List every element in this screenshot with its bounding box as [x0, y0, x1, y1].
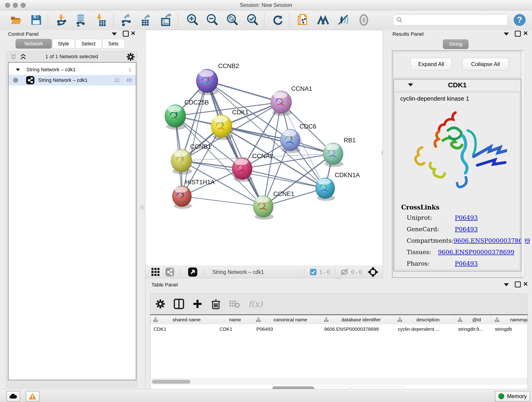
network-edge-count: 48: [126, 77, 132, 83]
toolbar-separator: [304, 268, 304, 276]
tab-style[interactable]: Style: [52, 39, 75, 49]
network-tree: String Network – cdk1 1 String Network –…: [8, 62, 136, 380]
results-panel-float-icon[interactable]: [515, 31, 521, 37]
tab-string[interactable]: String: [443, 39, 469, 49]
hidden-eye-icon[interactable]: [340, 268, 348, 276]
table-horizontal-scrollbar[interactable]: [150, 379, 527, 385]
tab-sets[interactable]: Sets: [102, 39, 125, 49]
toolbar-separator: [113, 13, 114, 27]
zoom-fit-icon[interactable]: [226, 13, 239, 26]
crosslink-link[interactable]: 9606.ENSP00000378699: [438, 249, 514, 255]
network-node-CCNE1[interactable]: CCNE1: [253, 191, 294, 220]
control-panel-menu-icon[interactable]: [112, 32, 117, 36]
memory-label: Memory: [507, 393, 527, 400]
import-network-file-icon[interactable]: [56, 13, 68, 26]
table-cell[interactable]: stringdb: [495, 324, 528, 334]
export-table-icon[interactable]: [140, 13, 152, 26]
expand-all-button[interactable]: Expand All: [411, 58, 452, 70]
crosslink-link[interactable]: P06493: [455, 260, 478, 267]
network-edge-CCNB2-CCNE1[interactable]: [207, 81, 263, 206]
zoom-in-icon[interactable]: [186, 13, 199, 26]
open-session-icon[interactable]: [10, 13, 22, 26]
zoom-selected-icon[interactable]: [246, 13, 259, 26]
network-node-RB1[interactable]: RB1: [323, 137, 356, 167]
table-settings-gear-icon[interactable]: [155, 299, 165, 309]
help-icon[interactable]: ?: [513, 13, 526, 26]
hidden-count: 0 - 0: [351, 269, 362, 275]
network-node-HIST1H1A[interactable]: HIST1H1A: [172, 179, 215, 209]
network-node-CCNB1[interactable]: CCNB1: [171, 143, 211, 174]
cloud-button[interactable]: [6, 391, 20, 402]
show-hide-panel-icon[interactable]: [357, 13, 370, 26]
table-panel-float-icon[interactable]: [515, 281, 521, 287]
results-scrollbar[interactable]: [521, 51, 525, 277]
table-cell[interactable]: stringdb:9...: [458, 324, 490, 334]
share-view-icon[interactable]: [165, 268, 174, 277]
table-cell[interactable]: CDK1: [153, 324, 215, 334]
cloud-icon: [9, 393, 18, 400]
export-network-icon[interactable]: [120, 13, 133, 26]
table-panel-menu-icon[interactable]: [504, 283, 509, 286]
results-panel-close-icon[interactable]: ✕: [523, 31, 528, 36]
network-collection-row[interactable]: String Network – cdk1 1: [8, 64, 136, 75]
import-network-database-icon[interactable]: [75, 13, 88, 26]
results-panel-menu-icon[interactable]: [504, 32, 509, 36]
delete-table-icon[interactable]: [229, 300, 240, 308]
birdseye-crosshair-icon[interactable]: [368, 267, 378, 277]
table-panel-close-icon[interactable]: ✕: [523, 282, 528, 286]
crosslink-link[interactable]: 9606.ENSP00000378699: [454, 237, 530, 244]
network-row[interactable]: String Network – cdk1 11 48: [8, 75, 136, 85]
delete-column-icon[interactable]: [211, 299, 221, 309]
grid-view-icon[interactable]: [151, 268, 160, 277]
crosslink-label: Compartments:: [407, 237, 454, 244]
export-view-icon[interactable]: [188, 267, 197, 277]
network-view-toolbar: String Network – cdk1 1 - 0 0 - 0: [146, 266, 382, 278]
svg-text:?: ?: [517, 15, 522, 25]
table-cell[interactable]: 9606.ENSP00000378699: [324, 324, 393, 334]
collection-label: String Network – cdk1: [26, 67, 76, 73]
network-tree-toolbar: 1 of 1 Network selected: [6, 52, 137, 62]
tab-select[interactable]: Select: [75, 39, 102, 49]
left-splitter-handle[interactable]: [140, 206, 144, 210]
control-panel-close-icon[interactable]: ✕: [131, 31, 136, 36]
table-cell[interactable]: cyclin-dependent ...: [398, 324, 453, 334]
network-node-CDKN1A[interactable]: CDKN1A: [316, 172, 360, 201]
memory-button[interactable]: Memory: [495, 391, 530, 402]
crosslink-link[interactable]: P06493: [455, 226, 478, 233]
crosslink-label: Pharos:: [407, 260, 455, 267]
first-neighbors-icon[interactable]: [317, 13, 330, 26]
clone-network-icon[interactable]: [297, 13, 309, 26]
search-box[interactable]: [393, 14, 508, 26]
save-session-icon[interactable]: [30, 13, 43, 26]
search-input[interactable]: [405, 17, 507, 23]
crosslink-link[interactable]: P06493: [455, 214, 478, 221]
toggle-columns-icon[interactable]: [174, 299, 184, 309]
table-cell[interactable]: CDK1: [220, 324, 252, 334]
crosslink-row: Uniprot:P06493: [407, 214, 514, 221]
node-table[interactable]: shared namenamecanonical namedatabase id…: [150, 314, 528, 398]
gene-header[interactable]: CDK1: [394, 79, 521, 91]
network-options-gear-icon[interactable]: [126, 52, 135, 61]
selected-checkbox-icon[interactable]: [310, 269, 317, 275]
refresh-layout-icon[interactable]: [272, 13, 285, 26]
zoom-out-icon[interactable]: [206, 13, 219, 26]
string-network-graph[interactable]: CCNB2CCNA1CDC25BCDK1CDC6RB1CCNB1CCNA2CDK…: [146, 30, 382, 266]
collapse-all-button[interactable]: Collapse All: [462, 58, 509, 70]
collection-expander-icon[interactable]: [16, 69, 20, 71]
network-node-CCNA1[interactable]: CCNA1: [271, 85, 312, 116]
scrollbar-thumb[interactable]: [152, 380, 190, 384]
graphics-details-icon[interactable]: [337, 13, 350, 26]
add-column-icon[interactable]: [192, 299, 203, 309]
tab-network[interactable]: Network: [16, 39, 52, 49]
control-panel-float-icon[interactable]: [123, 31, 129, 37]
warning-button[interactable]: [26, 391, 39, 402]
function-builder-icon[interactable]: f(x): [248, 299, 263, 309]
network-view-canvas[interactable]: CCNB2CCNA1CDC25BCDK1CDC6RB1CCNB1CCNA2CDK…: [146, 30, 382, 266]
network-status-dot-icon: [13, 78, 18, 83]
export-image-icon[interactable]: [160, 13, 173, 26]
import-table-icon[interactable]: [95, 13, 108, 26]
table-cell[interactable]: P06493: [256, 324, 320, 334]
table-panel: Table Panel ✕ f(x) shared namenamecanoni…: [146, 279, 532, 389]
crosslinks-list: Uniprot:P06493GeneCard:P06493Compartment…: [407, 214, 514, 272]
network-edge-HIST1H1A-CCNE1[interactable]: [182, 196, 263, 206]
